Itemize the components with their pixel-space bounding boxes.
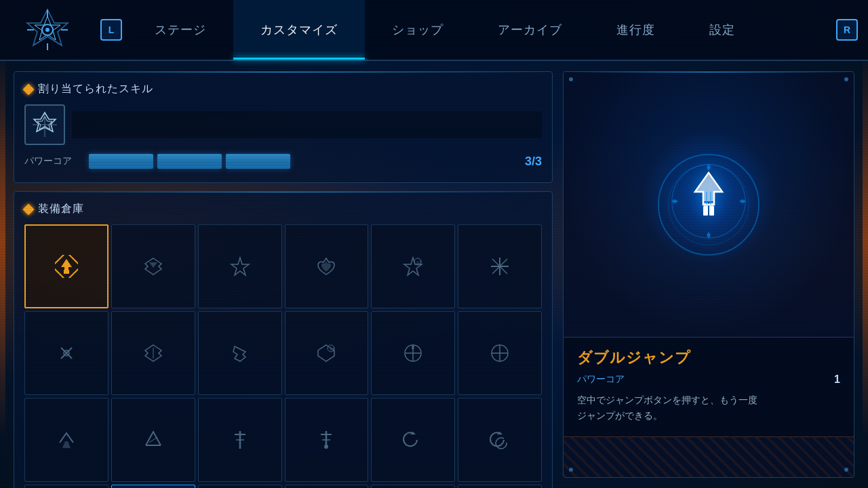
r-button[interactable]: R [826,0,868,60]
tab-shop[interactable]: ショップ [365,0,471,60]
grid-cell-13[interactable] [111,398,195,482]
svg-marker-53 [696,174,721,201]
tab-customize[interactable]: カスタマイズ [233,0,365,60]
storage-grid: ×2 [24,224,542,488]
grid-cell-12[interactable] [24,398,108,482]
grid-cell-7[interactable] [111,311,195,395]
grid-cell-0[interactable] [24,224,108,308]
svg-marker-13 [61,259,72,274]
grid-cell-1[interactable] [111,224,195,308]
top-nav: L ステージ カスタマイズ ショップ アーカイブ 進行度 設定 R [0,0,868,61]
core-bar-3 [226,154,290,169]
tab-stage[interactable]: ステージ [127,0,233,60]
skill-name: ダブルジャンプ [577,348,840,368]
right-bottom-texture [564,436,854,477]
main-content: 割り当てられたスキル パワ [0,61,868,488]
assigned-skills-title: 割り当てられたスキル [24,82,542,96]
grid-cell-19[interactable] [111,485,195,488]
core-count: 3/3 [525,155,542,169]
skill-info: ダブルジャンプ パワーコア 1 空中でジャンプボタンを押すと、もう一度ジャンプが… [564,337,854,436]
power-core-bars [89,154,515,169]
skill-type: パワーコア [577,373,625,386]
diamond-icon-2 [23,203,35,215]
skill-slot[interactable] [24,104,65,145]
equipment-panel: 装備倉庫 [14,191,553,488]
nav-tabs: ステージ カスタマイズ ショップ アーカイブ 進行度 設定 [127,0,826,60]
grid-cell-18[interactable] [24,485,108,488]
core-bar-1 [89,154,153,169]
grid-cell-9[interactable]: ×2 [285,311,369,395]
svg-text:×2: ×2 [330,347,335,352]
grid-cell-21[interactable] [285,485,369,488]
grid-cell-23[interactable] [458,485,542,488]
grid-cell-16[interactable] [371,398,455,482]
tab-settings[interactable]: 設定 [682,0,762,60]
l-button[interactable]: L [95,0,127,60]
grid-cell-3[interactable] [285,224,369,308]
grid-cell-4[interactable]: ×2 [371,224,455,308]
skill-cost: 1 [834,373,840,386]
svg-point-3 [45,28,50,32]
corner-dot-bl [569,468,573,472]
skill-desc: 空中でジャンプボタンを押すと、もう一度ジャンプができる。 [577,392,840,423]
grid-cell-15[interactable] [285,398,369,482]
grid-cell-11[interactable] [458,311,542,395]
skill-bar-area [72,111,542,138]
svg-marker-16 [231,258,249,275]
logo-area [0,0,95,60]
power-core-row: パワーコア 3/3 [24,150,542,172]
diamond-icon [23,83,35,95]
skill-preview-area [564,72,854,337]
power-core-label: パワーコア [24,155,79,167]
grid-cell-20[interactable] [198,485,282,488]
tab-archive[interactable]: アーカイブ [471,0,589,60]
skill-slot-area [24,104,542,145]
core-bar-2 [157,154,222,169]
skill-type-row: パワーコア 1 [577,373,840,386]
left-panel: 割り当てられたスキル パワ [14,71,553,478]
svg-rect-60 [709,206,714,216]
grid-cell-2[interactable] [198,224,282,308]
svg-point-43 [324,445,328,449]
right-panel: ダブルジャンプ パワーコア 1 空中でジャンプボタンを押すと、もう一度ジャンプが… [563,71,854,478]
grid-cell-22[interactable] [371,485,455,488]
assigned-skills-panel: 割り当てられたスキル パワ [14,71,553,183]
tab-progress[interactable]: 進行度 [589,0,682,60]
svg-text:×2: ×2 [416,260,422,265]
grid-cell-14[interactable] [198,398,282,482]
grid-cell-6[interactable] [24,311,108,395]
svg-rect-59 [703,206,708,216]
corner-dot-br [844,468,848,472]
grid-cell-8[interactable] [198,311,282,395]
equipment-title: 装備倉庫 [24,202,542,216]
grid-cell-5[interactable] [458,224,542,308]
grid-cell-10[interactable] [371,311,455,395]
grid-cell-17[interactable] [458,398,542,482]
